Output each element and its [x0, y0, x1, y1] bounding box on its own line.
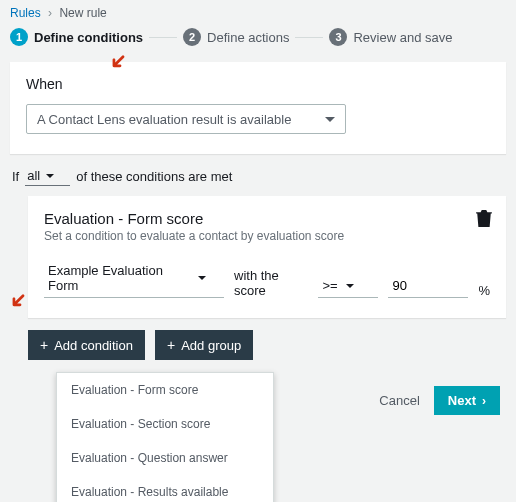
breadcrumb-root-link[interactable]: Rules	[10, 6, 41, 20]
wizard-stepper: 1 Define conditions 2 Define actions 3 R…	[0, 24, 516, 62]
condition-title: Evaluation - Form score	[44, 210, 490, 227]
menu-item-section-score[interactable]: Evaluation - Section score	[57, 407, 273, 441]
add-group-button[interactable]: + Add group	[155, 330, 253, 360]
condition-clause-row: If all of these conditions are met	[0, 166, 516, 196]
when-card: When A Contact Lens evaluation result is…	[10, 62, 506, 154]
clause-prefix: If	[12, 169, 19, 184]
add-condition-dropdown: Evaluation - Form score Evaluation - Sec…	[56, 372, 274, 502]
when-trigger-select[interactable]: A Contact Lens evaluation result is avai…	[26, 104, 346, 134]
breadcrumb-current: New rule	[59, 6, 106, 20]
breadcrumb-separator: ›	[48, 6, 52, 20]
step-connector	[295, 37, 323, 38]
chevron-down-icon	[198, 276, 206, 280]
chevron-down-icon	[325, 117, 335, 122]
chevron-down-icon	[346, 284, 354, 288]
menu-item-results-available[interactable]: Evaluation - Results available	[57, 475, 273, 502]
trash-icon	[476, 210, 492, 228]
condition-buttons-row: + Add condition + Add group Evaluation -…	[28, 330, 516, 360]
step-review-save[interactable]: 3 Review and save	[329, 28, 452, 46]
step-number: 3	[329, 28, 347, 46]
step-label: Review and save	[353, 30, 452, 45]
step-label: Define conditions	[34, 30, 143, 45]
breadcrumb: Rules › New rule	[0, 0, 516, 24]
cancel-button[interactable]: Cancel	[379, 393, 419, 408]
condition-form-row: Example Evaluation Form with the score >…	[44, 259, 490, 298]
operator-value: >=	[322, 278, 337, 293]
delete-condition-button[interactable]	[476, 210, 492, 231]
when-trigger-value: A Contact Lens evaluation result is avai…	[37, 112, 291, 127]
menu-item-form-score[interactable]: Evaluation - Form score	[57, 373, 273, 407]
step-number: 2	[183, 28, 201, 46]
step-number: 1	[10, 28, 28, 46]
operator-select[interactable]: >=	[318, 274, 378, 298]
evaluation-form-value: Example Evaluation Form	[48, 263, 190, 293]
add-condition-button[interactable]: + Add condition	[28, 330, 145, 360]
clause-mode-select[interactable]: all	[25, 166, 70, 186]
chevron-down-icon	[46, 174, 54, 178]
evaluation-form-select[interactable]: Example Evaluation Form	[44, 259, 224, 298]
next-label: Next	[448, 393, 476, 408]
with-score-label: with the score	[234, 268, 308, 298]
clause-mode-value: all	[27, 168, 40, 183]
step-label: Define actions	[207, 30, 289, 45]
chevron-right-icon: ›	[482, 394, 486, 408]
condition-form-score-card: Evaluation - Form score Set a condition …	[28, 196, 506, 318]
when-label: When	[26, 76, 490, 92]
add-group-label: Add group	[181, 338, 241, 353]
clause-suffix: of these conditions are met	[76, 169, 232, 184]
score-value-input[interactable]	[388, 274, 468, 298]
step-define-conditions[interactable]: 1 Define conditions	[10, 28, 143, 46]
menu-item-question-answer[interactable]: Evaluation - Question answer	[57, 441, 273, 475]
wizard-footer-actions: Cancel Next ›	[256, 374, 516, 427]
plus-icon: +	[40, 337, 48, 353]
step-define-actions[interactable]: 2 Define actions	[183, 28, 289, 46]
step-connector	[149, 37, 177, 38]
next-button[interactable]: Next ›	[434, 386, 500, 415]
score-unit: %	[478, 283, 490, 298]
add-condition-label: Add condition	[54, 338, 133, 353]
condition-subtitle: Set a condition to evaluate a contact by…	[44, 229, 490, 243]
plus-icon: +	[167, 337, 175, 353]
